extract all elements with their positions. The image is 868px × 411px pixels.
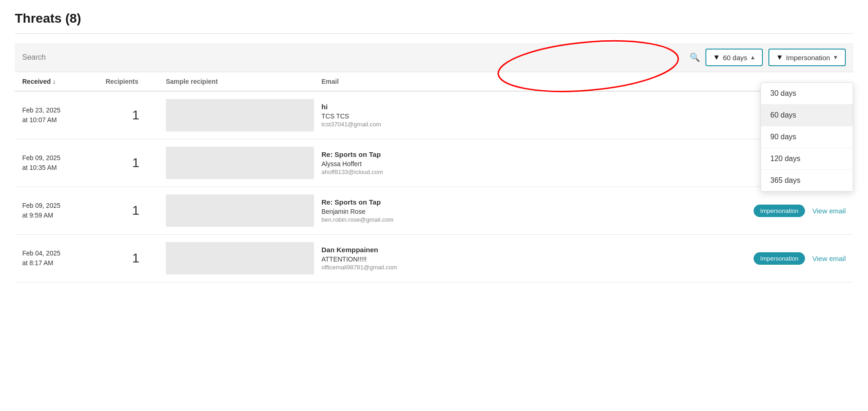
dropdown-option-120days[interactable]: 120 days xyxy=(761,148,853,170)
email-sender-address: ben.robin.rose@gmail.com xyxy=(321,216,707,223)
row-recipients: 1 xyxy=(106,203,166,218)
dropdown-option-365days[interactable]: 365 days xyxy=(761,170,853,191)
threats-table: Received ↓ Recipients Sample recipient E… xyxy=(15,72,853,282)
table-row: Feb 23, 2025 at 10:07 AM 1 hi TCS TCS tc… xyxy=(15,92,853,139)
row-email: Dan Kemppainen ATTENTION!!!!! officemail… xyxy=(314,246,707,271)
row-recipients: 1 xyxy=(106,251,166,266)
chevron-up-icon: ▲ xyxy=(750,54,755,61)
header-sample-recipient: Sample recipient xyxy=(166,78,314,85)
email-sender-name: Benjamin Rose xyxy=(321,208,707,215)
filter-days-button[interactable]: ▼ 60 days ▲ xyxy=(705,49,763,66)
dropdown-option-60days[interactable]: 60 days xyxy=(761,105,853,126)
row-date: Feb 09, 2025 at 9:59 AM xyxy=(22,201,106,220)
row-actions: Impersonation View email xyxy=(707,205,846,217)
row-actions: Impersonation View email xyxy=(707,252,846,265)
impersonation-badge: Impersonation xyxy=(754,252,805,265)
header-recipients: Recipients xyxy=(106,78,166,85)
dropdown-option-90days[interactable]: 90 days xyxy=(761,126,853,148)
search-input[interactable] xyxy=(22,53,686,62)
filter-days-label: 60 days xyxy=(723,54,748,62)
filter-type-funnel-icon: ▼ xyxy=(776,53,783,62)
impersonation-badge: Impersonation xyxy=(754,205,805,217)
page-title: Threats (8) xyxy=(15,11,853,34)
table-header: Received ↓ Recipients Sample recipient E… xyxy=(15,72,853,92)
row-date: Feb 23, 2025 at 10:07 AM xyxy=(22,106,106,125)
chevron-down-icon: ▼ xyxy=(833,54,838,61)
row-sample-recipient-image xyxy=(166,242,314,274)
email-subject: hi xyxy=(321,103,707,111)
row-recipients: 1 xyxy=(106,156,166,170)
email-subject: Re: Sports on Tap xyxy=(321,198,707,206)
filter-funnel-icon: ▼ xyxy=(713,53,720,62)
row-date: Feb 09, 2025 at 10:35 AM xyxy=(22,153,106,173)
row-email: hi TCS TCS tcst37041@gmail.com xyxy=(314,103,707,128)
sort-arrow-icon: ↓ xyxy=(52,78,56,85)
view-email-link[interactable]: View email xyxy=(812,255,846,262)
row-email: Re: Sports on Tap Benjamin Rose ben.robi… xyxy=(314,198,707,223)
row-sample-recipient-image xyxy=(166,99,314,131)
days-dropdown-menu: 30 days 60 days 90 days 120 days 365 day… xyxy=(761,82,853,192)
email-sender-address: ahoff8133@icloud.com xyxy=(321,168,707,175)
row-recipients: 1 xyxy=(106,108,166,123)
email-sender-name: ATTENTION!!!!! xyxy=(321,255,707,263)
email-sender-address: officemail98781@gmail.com xyxy=(321,264,707,271)
email-subject: Re: Sports on Tap xyxy=(321,150,707,158)
dropdown-option-30days[interactable]: 30 days xyxy=(761,83,853,105)
filter-type-label: Impersonation xyxy=(786,54,830,62)
search-container: 🔍 xyxy=(22,52,700,62)
email-sender-name: Alyssa Hoffert xyxy=(321,160,707,168)
toolbar: 🔍 ▼ 60 days ▲ ▼ Impersonation ▼ xyxy=(15,43,853,72)
search-icon: 🔍 xyxy=(690,52,700,62)
table-row: Feb 09, 2025 at 10:35 AM 1 Re: Sports on… xyxy=(15,139,853,187)
row-sample-recipient-image xyxy=(166,147,314,179)
table-row: Feb 09, 2025 at 9:59 AM 1 Re: Sports on … xyxy=(15,187,853,235)
email-sender-name: TCS TCS xyxy=(321,112,707,120)
view-email-link[interactable]: View email xyxy=(812,207,846,215)
email-sender-address: tcst37041@gmail.com xyxy=(321,121,707,128)
header-received[interactable]: Received ↓ xyxy=(22,78,106,85)
email-subject: Dan Kemppainen xyxy=(321,246,707,254)
table-row: Feb 04, 2025 at 8:17 AM 1 Dan Kemppainen… xyxy=(15,235,853,282)
filter-type-button[interactable]: ▼ Impersonation ▼ xyxy=(768,49,846,66)
row-sample-recipient-image xyxy=(166,194,314,227)
row-date: Feb 04, 2025 at 8:17 AM xyxy=(22,249,106,268)
row-email: Re: Sports on Tap Alyssa Hoffert ahoff81… xyxy=(314,150,707,175)
